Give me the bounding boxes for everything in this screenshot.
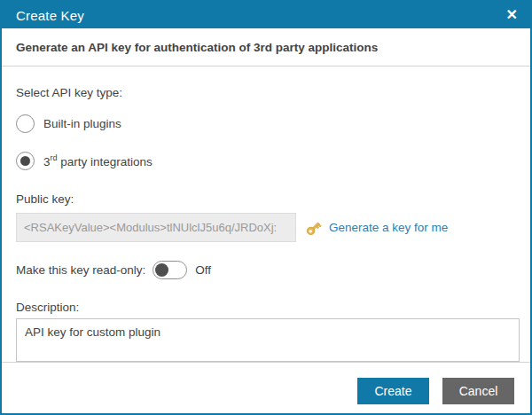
- toggle-knob-icon: [155, 263, 168, 277]
- dialog-subtitle: Generate an API key for authentication o…: [2, 28, 530, 67]
- read-only-toggle[interactable]: [153, 261, 187, 279]
- key-icon[interactable]: [305, 219, 323, 237]
- read-only-state: Off: [195, 263, 211, 277]
- radio-3rd-party-integrations[interactable]: 3rd party integrations: [16, 150, 516, 171]
- radio-builtin-plugins-label: Built-in plugins: [43, 117, 121, 130]
- description-textarea[interactable]: API key for custom plugin: [16, 318, 520, 362]
- create-key-dialog: Create Key ✕ Generate an API key for aut…: [0, 0, 532, 415]
- dialog-title: Create Key: [16, 8, 84, 23]
- dialog-titlebar: Create Key ✕: [2, 2, 530, 28]
- public-key-input: [16, 213, 296, 242]
- cancel-button[interactable]: Cancel: [442, 378, 514, 404]
- read-only-row: Make this key read-only: Off: [16, 260, 516, 279]
- dialog-footer: Create Cancel: [2, 362, 530, 415]
- public-key-label: Public key:: [16, 192, 516, 207]
- description-label: Description:: [16, 301, 516, 315]
- generate-key-link[interactable]: Generate a key for me: [305, 219, 448, 237]
- key-type-label: Select API key type:: [16, 86, 516, 100]
- radio-circle-unchecked-icon[interactable]: [16, 114, 35, 133]
- radio-3rd-party-label: 3rd party integrations: [43, 153, 153, 168]
- dialog-body: Select API key type: Built-in plugins 3r…: [2, 67, 530, 362]
- radio-builtin-plugins[interactable]: Built-in plugins: [16, 113, 516, 134]
- create-button[interactable]: Create: [357, 378, 429, 404]
- generate-key-link-label[interactable]: Generate a key for me: [329, 221, 448, 234]
- read-only-label: Make this key read-only:: [16, 263, 145, 277]
- close-icon[interactable]: ✕: [506, 8, 518, 22]
- radio-circle-checked-icon[interactable]: [16, 152, 35, 170]
- public-key-row: Generate a key for me: [16, 213, 516, 242]
